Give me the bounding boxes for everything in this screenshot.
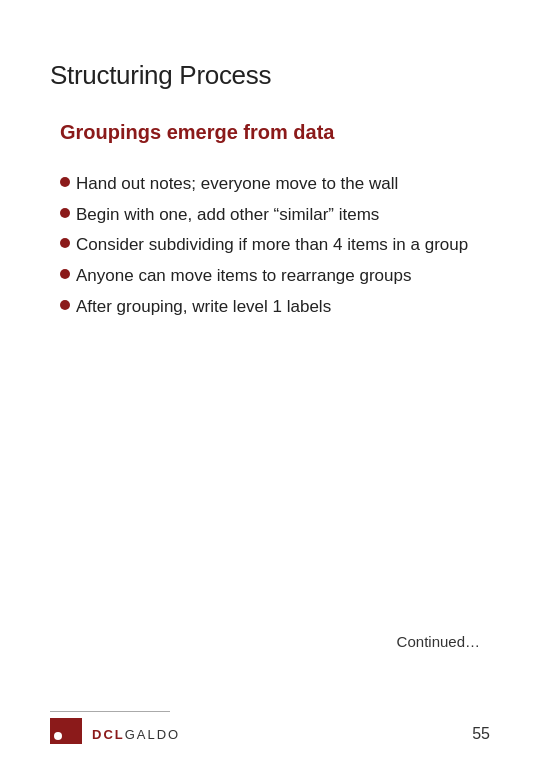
logo-icon — [50, 718, 88, 750]
bullet-text: After grouping, write level 1 labels — [76, 295, 490, 320]
logo-text-2: GALDO — [125, 727, 181, 742]
bullet-text: Begin with one, add other “similar” item… — [76, 203, 490, 228]
bullet-item: Begin with one, add other “similar” item… — [60, 203, 490, 228]
logo-text: DCL — [92, 727, 125, 742]
bullet-dot — [60, 300, 70, 310]
bullet-dot — [60, 208, 70, 218]
footer-line — [50, 711, 170, 712]
logo-square — [50, 718, 82, 744]
slide-container: Structuring Process Groupings emerge fro… — [0, 0, 540, 780]
slide-subtitle: Groupings emerge from data — [60, 121, 490, 144]
bullet-dot — [60, 238, 70, 248]
bullet-text: Consider subdividing if more than 4 item… — [76, 233, 490, 258]
bullet-item: Hand out notes; everyone move to the wal… — [60, 172, 490, 197]
bullet-text: Hand out notes; everyone move to the wal… — [76, 172, 490, 197]
logo-area: DCL GALDO — [50, 718, 180, 750]
bullet-dot — [60, 269, 70, 279]
bullet-item: Consider subdividing if more than 4 item… — [60, 233, 490, 258]
bullet-item: Anyone can move items to rearrange group… — [60, 264, 490, 289]
continued-text: Continued… — [397, 633, 480, 650]
logo-dot — [54, 732, 62, 740]
slide-title: Structuring Process — [50, 60, 490, 91]
page-number: 55 — [472, 725, 490, 743]
bullet-item: After grouping, write level 1 labels — [60, 295, 490, 320]
footer: DCL GALDO 55 — [0, 718, 540, 750]
bullet-list: Hand out notes; everyone move to the wal… — [60, 172, 490, 319]
bullet-dot — [60, 177, 70, 187]
bullet-text: Anyone can move items to rearrange group… — [76, 264, 490, 289]
